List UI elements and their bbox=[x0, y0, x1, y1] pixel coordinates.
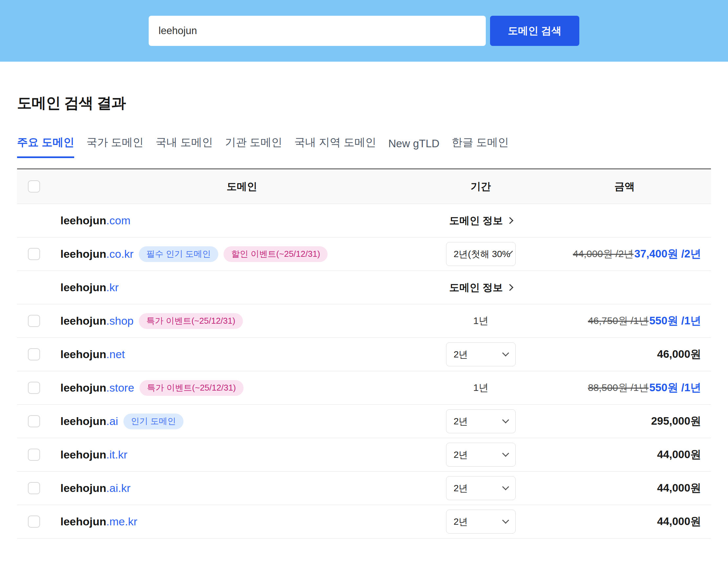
row-checkbox[interactable] bbox=[28, 515, 40, 528]
chevron-right-icon bbox=[506, 284, 513, 291]
price: 44,000원 bbox=[657, 447, 701, 462]
price-cell: 44,000원 bbox=[538, 447, 711, 462]
domain-info-link[interactable]: 도메인 정보 bbox=[449, 214, 513, 228]
page-title: 도메인 검색 결과 bbox=[17, 93, 711, 113]
period-select-value: 2년(첫해 30% bbox=[454, 248, 510, 261]
price: 46,000원 bbox=[657, 347, 701, 362]
domain-base-label: leehojun bbox=[60, 281, 106, 293]
tab-new-gtld[interactable]: New gTLD bbox=[388, 137, 439, 158]
domain-cell: leehojun.kr bbox=[60, 281, 423, 294]
domain-badge: 필수 인기 도메인 bbox=[139, 246, 218, 262]
domain-base-label: leehojun bbox=[60, 448, 106, 461]
domain-cell: leehojun.it.kr bbox=[60, 448, 423, 461]
domain-cell: leehojun.shop특가 이벤트(~25/12/31) bbox=[60, 313, 423, 329]
table-row: leehojun.com도메인 정보 bbox=[17, 204, 711, 238]
domain-badge: 할인 이벤트(~25/12/31) bbox=[224, 246, 328, 262]
tab-country-domains[interactable]: 국가 도메인 bbox=[86, 135, 143, 158]
original-price: 44,000원 /2년 bbox=[573, 247, 633, 261]
sale-price: 550원 /1년 bbox=[649, 313, 701, 328]
period-select[interactable]: 2년(첫해 30% bbox=[446, 242, 516, 266]
price-cell: 46,000원 bbox=[538, 347, 711, 362]
row-checkbox[interactable] bbox=[28, 315, 40, 327]
period-select-value: 2년 bbox=[454, 482, 468, 494]
period-select[interactable]: 2년 bbox=[446, 409, 516, 433]
column-header-domain: 도메인 bbox=[60, 180, 423, 194]
main-content: 도메인 검색 결과 주요 도메인 국가 도메인 국내 도메인 기관 도메인 국내… bbox=[0, 93, 728, 538]
column-header-price: 금액 bbox=[538, 180, 711, 194]
domain-cell: leehojun.me.kr bbox=[60, 515, 423, 528]
checkbox-cell bbox=[17, 482, 60, 494]
domain-search-input[interactable] bbox=[149, 16, 486, 46]
row-checkbox[interactable] bbox=[28, 348, 40, 360]
domain-cell: leehojun.store특가 이벤트(~25/12/31) bbox=[60, 380, 423, 396]
domain-name: leehojun.store bbox=[60, 381, 134, 394]
tab-hangul-domains[interactable]: 한글 도메인 bbox=[452, 135, 509, 158]
domain-base-label: leehojun bbox=[60, 214, 106, 227]
price-cell: 88,500원 /1년550원 /1년 bbox=[538, 380, 711, 395]
domain-base-label: leehojun bbox=[60, 381, 106, 394]
period-cell: 2년(첫해 30% bbox=[423, 242, 538, 266]
period-cell: 2년 bbox=[423, 409, 538, 433]
table-row: leehojun.ai.kr2년44,000원 bbox=[17, 472, 711, 505]
domain-cell: leehojun.ai.kr bbox=[60, 482, 423, 494]
price: 295,000원 bbox=[651, 414, 701, 429]
table-row: leehojun.kr도메인 정보 bbox=[17, 271, 711, 304]
row-checkbox[interactable] bbox=[28, 415, 40, 427]
domain-base-label: leehojun bbox=[60, 314, 106, 327]
period-cell: 2년 bbox=[423, 510, 538, 534]
domain-badge: 특가 이벤트(~25/12/31) bbox=[139, 313, 243, 329]
table-body: leehojun.com도메인 정보leehojun.co.kr필수 인기 도메… bbox=[17, 204, 711, 538]
period-cell: 도메인 정보 bbox=[423, 281, 538, 294]
chevron-down-icon bbox=[502, 416, 509, 423]
period-select-value: 2년 bbox=[454, 449, 468, 461]
domain-name: leehojun.com bbox=[60, 214, 130, 227]
row-checkbox[interactable] bbox=[28, 449, 40, 461]
chevron-down-icon bbox=[502, 450, 509, 457]
original-price: 88,500원 /1년 bbox=[588, 381, 649, 394]
table-row: leehojun.store특가 이벤트(~25/12/31)1년88,500원… bbox=[17, 371, 711, 405]
price: 44,000원 bbox=[657, 481, 701, 495]
select-all-cell bbox=[17, 180, 60, 193]
tab-regional-domains[interactable]: 국내 지역 도메인 bbox=[294, 135, 376, 158]
row-checkbox[interactable] bbox=[28, 482, 40, 494]
domain-base-label: leehojun bbox=[60, 248, 106, 260]
original-price: 46,750원 /1년 bbox=[588, 314, 649, 327]
domain-search-button[interactable]: 도메인 검색 bbox=[490, 16, 579, 46]
domain-info-link[interactable]: 도메인 정보 bbox=[449, 281, 513, 294]
period-label: 1년 bbox=[473, 381, 489, 394]
period-select[interactable]: 2년 bbox=[446, 476, 516, 500]
period-select[interactable]: 2년 bbox=[446, 443, 516, 467]
checkbox-cell bbox=[17, 248, 60, 260]
domain-tld-label: .me.kr bbox=[106, 515, 137, 528]
table-row: leehojun.ai인기 도메인2년295,000원 bbox=[17, 405, 711, 438]
chevron-down-icon bbox=[502, 349, 509, 356]
price-cell: 44,000원 bbox=[538, 514, 711, 529]
price-cell: 46,750원 /1년550원 /1년 bbox=[538, 313, 711, 328]
domain-tld-label: .com bbox=[106, 214, 131, 227]
select-all-checkbox[interactable] bbox=[28, 180, 40, 193]
tab-domestic-domains[interactable]: 국내 도메인 bbox=[156, 135, 213, 158]
chevron-down-icon bbox=[502, 483, 509, 490]
row-checkbox[interactable] bbox=[28, 248, 40, 260]
domain-name: leehojun.net bbox=[60, 348, 125, 361]
domain-cell: leehojun.ai인기 도메인 bbox=[60, 413, 423, 429]
domain-cell: leehojun.com bbox=[60, 214, 423, 227]
checkbox-cell bbox=[17, 515, 60, 528]
domain-tld-label: .ai.kr bbox=[106, 482, 131, 494]
domain-name: leehojun.ai.kr bbox=[60, 482, 130, 494]
domain-base-label: leehojun bbox=[60, 515, 106, 528]
period-select[interactable]: 2년 bbox=[446, 510, 516, 534]
period-select-value: 2년 bbox=[454, 348, 468, 361]
period-cell: 2년 bbox=[423, 342, 538, 366]
domain-info-label: 도메인 정보 bbox=[449, 281, 503, 294]
tab-major-domains[interactable]: 주요 도메인 bbox=[17, 135, 74, 158]
period-label: 1년 bbox=[473, 314, 489, 327]
tab-institution-domains[interactable]: 기관 도메인 bbox=[225, 135, 282, 158]
domain-tld-label: .net bbox=[106, 348, 125, 360]
row-checkbox[interactable] bbox=[28, 382, 40, 394]
period-cell: 2년 bbox=[423, 443, 538, 467]
period-select[interactable]: 2년 bbox=[446, 342, 516, 366]
domain-info-label: 도메인 정보 bbox=[449, 214, 503, 228]
table-row: leehojun.net2년46,000원 bbox=[17, 338, 711, 371]
domain-search-form: 도메인 검색 bbox=[149, 16, 579, 46]
